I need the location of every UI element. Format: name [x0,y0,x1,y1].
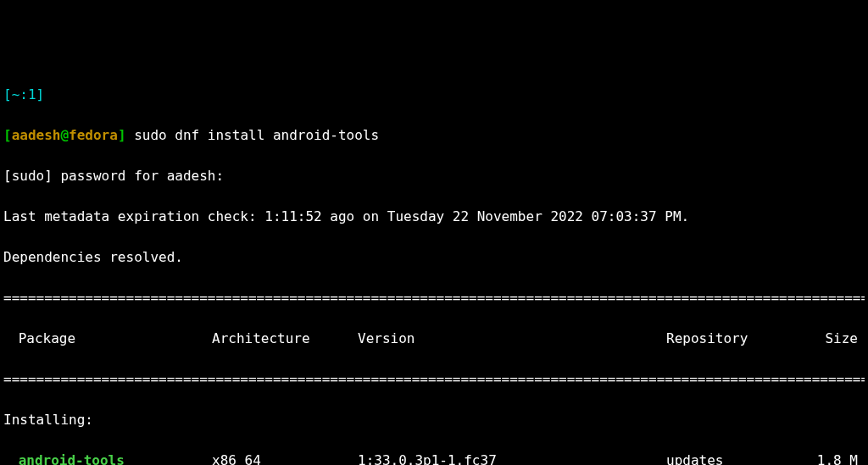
prompt-bracket-open: [ [3,127,12,143]
dependencies-resolved-line: Dependencies resolved. [3,247,865,268]
prompt-at: @ [60,127,69,143]
prompt-user: aadesh [12,127,61,143]
terminal-prompt-line[interactable]: [aadesh@fedora] sudo dnf install android… [3,125,865,146]
command-text: sudo dnf install android-tools [126,127,380,143]
header-package: Package [3,329,212,349]
prompt-host: fedora [69,127,118,143]
header-size: Size [807,329,865,349]
rule-double: ========================================… [3,369,865,390]
terminal-cwd-marker: [~:1] [3,85,865,105]
package-repo: updates [666,451,807,465]
header-repository: Repository [666,329,807,349]
metadata-check-line: Last metadata expiration check: 1:11:52 … [3,207,865,227]
package-arch: x86_64 [212,451,358,465]
header-version: Version [358,329,666,349]
sudo-password-prompt[interactable]: [sudo] password for aadesh: [3,166,865,186]
table-header-row: PackageArchitectureVersionRepositorySize [3,329,865,349]
section-installing: Installing: [3,410,865,430]
package-version: 1:33.0.3p1-1.fc37 [358,451,666,465]
package-row: android-toolsx86_641:33.0.3p1-1.fc37upda… [3,451,865,465]
rule-double: ========================================… [3,288,865,308]
header-architecture: Architecture [212,329,358,349]
prompt-bracket-close: ] [118,127,126,143]
package-size: 1.8 M [807,451,865,465]
package-name: android-tools [3,451,212,465]
